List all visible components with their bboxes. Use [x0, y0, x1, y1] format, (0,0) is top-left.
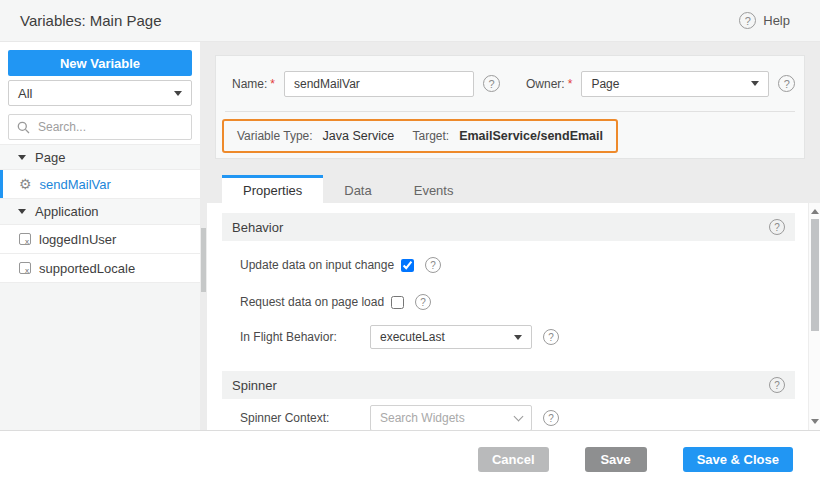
inflight-behavior-value: executeLast [380, 330, 445, 344]
name-label: Name: [232, 77, 267, 91]
tree-item-label: sendMailVar [40, 177, 111, 192]
tab-properties[interactable]: Properties [222, 175, 323, 203]
update-data-checkbox[interactable] [401, 259, 414, 272]
content-scrollbar-thumb[interactable] [811, 219, 819, 331]
search-icon [17, 121, 30, 134]
dialog-header: Variables: Main Page Help [0, 0, 820, 42]
variables-sidebar: New Variable All Page sendMailVar Applic… [0, 42, 200, 430]
owner-value: Page [591, 77, 619, 91]
behavior-section-header: Behavior [222, 213, 795, 241]
save-and-close-button[interactable]: Save & Close [683, 447, 793, 472]
variable-summary-panel: Name: * Owner: * Page [215, 55, 805, 159]
variable-type-value: Java Service [323, 129, 395, 143]
help-icon[interactable] [425, 257, 441, 273]
collapse-arrow-icon[interactable] [18, 209, 26, 214]
request-data-row: Request data on page load [240, 294, 820, 310]
owner-select[interactable]: Page [581, 71, 769, 97]
tree-item-label: loggedInUser [39, 232, 116, 247]
update-data-row: Update data on input change [240, 257, 820, 273]
name-field[interactable] [284, 71, 474, 97]
help-icon[interactable] [769, 219, 785, 235]
spinner-context-row: Spinner Context: Search Widgets [240, 405, 820, 430]
target-label: Target: [412, 129, 449, 143]
sidebar-filler [0, 283, 200, 430]
sidebar-scrollbar-thumb[interactable] [201, 228, 206, 292]
help-icon[interactable] [778, 75, 795, 92]
model-variable-icon [19, 262, 31, 274]
cancel-button[interactable]: Cancel [478, 447, 549, 472]
sidebar-scrollbar[interactable] [200, 42, 207, 430]
target-value: EmailService/sendEmail [459, 129, 603, 143]
tree-group-page[interactable]: Page [0, 144, 200, 170]
editor-tabs: Properties Data Events [222, 175, 474, 203]
chevron-down-icon [514, 412, 524, 422]
required-marker: * [270, 77, 275, 91]
help-icon[interactable] [415, 294, 431, 310]
request-data-checkbox[interactable] [391, 296, 404, 309]
help-icon[interactable] [543, 410, 559, 426]
page-title: Variables: Main Page [20, 12, 161, 29]
variable-editor: Name: * Owner: * Page [207, 42, 820, 430]
tree-item-sendmailvar[interactable]: sendMailVar [0, 170, 200, 199]
dialog-footer: Cancel Save Save & Close [0, 430, 820, 487]
model-variable-icon [19, 233, 31, 245]
chevron-down-icon [174, 91, 182, 96]
variable-search-box[interactable] [8, 114, 192, 140]
spinner-context-combobox[interactable]: Search Widgets [370, 405, 532, 430]
chevron-down-icon [514, 335, 522, 340]
tree-item-label: supportedLocale [39, 261, 135, 276]
variable-type-label: Variable Type: [237, 129, 313, 143]
help-icon[interactable] [483, 75, 500, 92]
variable-filter-value: All [18, 86, 32, 101]
variable-filter-select[interactable]: All [8, 80, 192, 106]
scroll-down-icon[interactable] [811, 419, 819, 424]
help-button[interactable]: Help [739, 12, 790, 29]
spinner-context-label: Spinner Context: [240, 411, 370, 425]
spinner-section-header: Spinner [222, 371, 795, 399]
help-icon[interactable] [543, 329, 559, 345]
spinner-context-placeholder: Search Widgets [380, 411, 465, 425]
tree-item-loggedinuser[interactable]: loggedInUser [0, 225, 200, 254]
behavior-section-title: Behavior [232, 220, 283, 235]
service-variable-icon [19, 177, 32, 191]
collapse-arrow-icon[interactable] [18, 155, 26, 160]
chevron-down-icon [751, 81, 759, 86]
help-icon[interactable] [769, 377, 785, 393]
help-icon[interactable] [739, 12, 756, 29]
tab-data[interactable]: Data [323, 175, 392, 203]
search-input[interactable] [36, 119, 183, 135]
variables-dialog: Variables: Main Page Help New Variable A… [0, 0, 820, 487]
update-data-label: Update data on input change [240, 258, 394, 272]
owner-label: Owner: [526, 77, 565, 91]
properties-tab-content: Behavior Update data on input change Req… [207, 203, 820, 430]
request-data-label: Request data on page load [240, 295, 384, 309]
save-button[interactable]: Save [585, 447, 647, 472]
tree-group-label: Application [35, 204, 99, 219]
tree-group-label: Page [35, 150, 65, 165]
tree-item-supportedlocale[interactable]: supportedLocale [0, 254, 200, 283]
spinner-section-title: Spinner [232, 378, 277, 393]
scroll-up-icon[interactable] [811, 209, 819, 214]
required-marker: * [568, 77, 573, 91]
new-variable-button[interactable]: New Variable [8, 50, 192, 76]
variable-type-highlight-box: Variable Type: Java Service Target: Emai… [222, 119, 618, 153]
inflight-behavior-row: In Flight Behavior: executeLast [240, 325, 820, 349]
tab-events[interactable]: Events [393, 175, 475, 203]
help-label: Help [763, 13, 790, 28]
tree-group-application[interactable]: Application [0, 199, 200, 225]
content-scrollbar[interactable] [808, 203, 820, 430]
inflight-behavior-label: In Flight Behavior: [240, 330, 370, 344]
inflight-behavior-select[interactable]: executeLast [370, 325, 532, 349]
